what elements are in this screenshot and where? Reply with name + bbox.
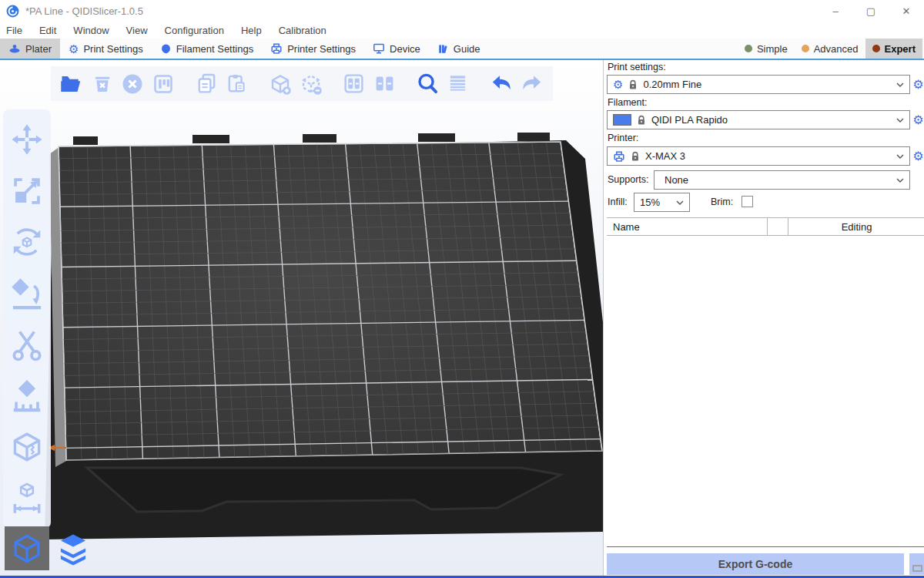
mode-label: Advanced [814, 43, 859, 55]
tab-strip: Plater ⚙ Print Settings Filament Setting… [0, 39, 924, 60]
edit-printer-settings-button[interactable]: ⚙ [912, 146, 924, 166]
scale-tool[interactable] [8, 173, 45, 210]
menu-calibration[interactable]: Calibration [279, 25, 326, 36]
delete-button[interactable] [89, 69, 116, 99]
menu-window[interactable]: Window [73, 25, 109, 36]
3d-viewport[interactable] [0, 60, 603, 578]
open-folder-icon [60, 72, 83, 96]
tab-label: Filament Settings [176, 43, 253, 55]
infill-combo[interactable]: 15% [634, 193, 690, 212]
print-settings-label: Print settings: [608, 62, 666, 72]
tab-label: Print Settings [83, 43, 142, 55]
paste-clipboard-icon [226, 72, 248, 95]
maximize-button[interactable]: ▢ [853, 0, 889, 22]
lock-icon [631, 151, 640, 162]
add-instance-button[interactable] [267, 69, 294, 99]
remove-instance-button[interactable] [297, 69, 324, 99]
rotate-tool[interactable] [8, 223, 45, 260]
paste-button[interactable] [224, 69, 251, 99]
cut-scissors-icon [10, 328, 44, 361]
lock-icon [628, 79, 638, 90]
place-on-face-tool[interactable] [8, 275, 45, 312]
edit-filament-settings-button[interactable]: ⚙ [912, 110, 924, 129]
delete-all-button[interactable] [119, 69, 146, 99]
build-plate-scene [0, 60, 603, 578]
mode-expert[interactable]: Expert [865, 39, 922, 59]
3d-view-cube-icon [9, 531, 45, 566]
redo-button[interactable] [518, 69, 545, 99]
extruder-column-header [767, 218, 788, 235]
chevron-down-icon [896, 118, 904, 123]
gear-icon: ⚙ [912, 113, 923, 127]
mode-simple[interactable]: Simple [738, 39, 795, 59]
menu-bar: File Edit Window View Configuration Help… [0, 22, 924, 39]
close-button[interactable]: ✕ [889, 0, 924, 22]
3d-editor-view-button[interactable] [5, 526, 49, 570]
sidebar-panel: Print settings: ⚙ 0.20mm Fine ⚙ Filament… [603, 60, 924, 578]
paint-supports-icon [9, 378, 45, 414]
cut-tool[interactable] [8, 326, 45, 363]
split-parts-icon [373, 72, 396, 95]
menu-view[interactable]: View [126, 25, 148, 36]
send-to-printer-icon [912, 565, 922, 572]
tab-filament-settings[interactable]: Filament Settings [152, 39, 262, 59]
filament-combo[interactable]: QIDI PLA Rapido [607, 110, 910, 129]
object-list[interactable] [607, 236, 924, 547]
tab-device[interactable]: Device [364, 39, 429, 59]
brim-checkbox[interactable] [742, 196, 753, 207]
object-list-header: Name Editing [607, 217, 924, 236]
menu-file[interactable]: File [6, 25, 22, 36]
gear-icon: ⚙ [69, 43, 79, 55]
export-gcode-button[interactable]: Export G-code [607, 553, 904, 575]
undo-button[interactable] [488, 69, 515, 99]
menu-configuration[interactable]: Configuration [165, 25, 224, 36]
filament-label: Filament: [608, 97, 647, 108]
gizmo-toolbar [3, 109, 51, 529]
plater-toolbar [51, 66, 553, 101]
search-button[interactable] [414, 69, 441, 99]
edit-print-settings-button[interactable]: ⚙ [912, 75, 924, 94]
menu-edit[interactable]: Edit [39, 25, 56, 36]
trash-icon [92, 73, 113, 95]
tab-plater[interactable]: Plater [0, 39, 60, 59]
qidi-logo-icon [6, 5, 19, 18]
printer-label: Printer: [608, 133, 638, 143]
redo-arrow-icon [520, 72, 544, 96]
mode-advanced[interactable]: Advanced [795, 39, 865, 59]
open-button[interactable] [59, 69, 85, 99]
move-tool[interactable] [8, 121, 45, 158]
print-settings-value: 0.20mm Fine [643, 79, 701, 90]
paint-supports-tool[interactable] [8, 378, 45, 415]
menu-help[interactable]: Help [241, 25, 262, 36]
measure-tool[interactable] [8, 480, 45, 517]
export-bar: Export G-code [607, 553, 924, 575]
copy-button[interactable] [193, 69, 220, 99]
supports-combo[interactable]: None [654, 170, 910, 190]
mode-label: Simple [757, 43, 788, 55]
lock-icon [637, 115, 646, 126]
variable-layer-height-button[interactable] [445, 69, 472, 99]
tab-printer-settings[interactable]: Printer Settings [262, 39, 364, 59]
expert-mode-dot-icon [872, 45, 880, 52]
device-monitor-icon [373, 42, 385, 55]
split-to-parts-button[interactable] [371, 69, 398, 99]
preview-layers-button[interactable] [55, 526, 92, 570]
remove-instance-cube-icon [300, 72, 323, 96]
print-settings-combo[interactable]: ⚙ 0.20mm Fine [607, 75, 910, 94]
export-options-button[interactable] [909, 553, 924, 575]
guide-books-icon [437, 43, 449, 55]
printer-value: X-MAX 3 [645, 150, 685, 162]
split-to-objects-button[interactable] [340, 69, 367, 99]
supports-label: Supports: [608, 174, 649, 185]
minimize-button[interactable]: – [818, 0, 853, 22]
tab-print-settings[interactable]: ⚙ Print Settings [60, 39, 152, 59]
arrange-grid-icon [152, 73, 174, 95]
tab-guide[interactable]: Guide [429, 39, 489, 59]
tab-label: Plater [25, 43, 52, 55]
chevron-down-icon [896, 82, 904, 87]
printer-combo[interactable]: X-MAX 3 [607, 146, 910, 166]
layer-lines-icon [447, 72, 469, 95]
circle-x-icon [121, 72, 144, 96]
seam-painting-tool[interactable] [8, 428, 45, 465]
arrange-button[interactable] [150, 69, 177, 99]
